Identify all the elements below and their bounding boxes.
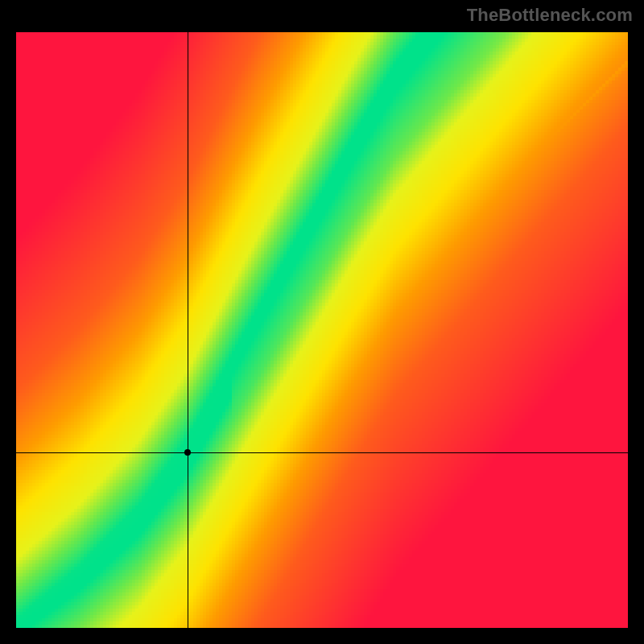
heatmap-canvas [16, 32, 628, 628]
crosshair-horizontal [16, 452, 628, 453]
chart-frame: TheBottleneck.com [0, 0, 644, 644]
crosshair-vertical [188, 32, 188, 628]
watermark-label: TheBottleneck.com [467, 5, 633, 26]
heatmap-plot [16, 32, 628, 628]
selection-marker [184, 449, 191, 456]
